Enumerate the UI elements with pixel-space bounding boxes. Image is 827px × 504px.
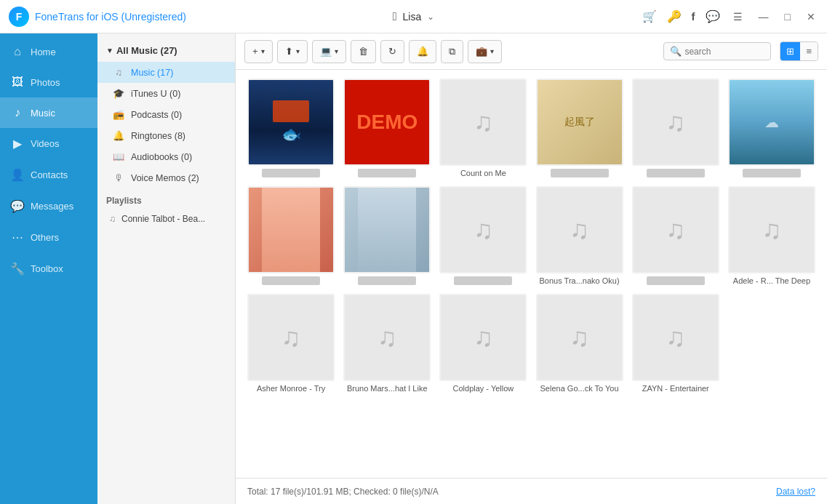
search-icon: 🔍 [670, 46, 682, 57]
menu-icon[interactable]: ☰ [730, 9, 746, 24]
subpanel-label-ringtones: Ringtones (8) [131, 131, 185, 141]
grid-item-17[interactable]: ♫ ZAYN - Entertainer [632, 294, 719, 393]
subpanel-item-music[interactable]: ♫ Music (17) [97, 62, 235, 83]
briefcase-dropdown-arrow: ▾ [490, 47, 494, 55]
album-label-7 [262, 276, 320, 285]
album-art-12: ♫ [728, 186, 815, 273]
cart-icon[interactable]: 🛒 [642, 9, 657, 23]
titlebar-center:  Lisa ⌄ [393, 10, 435, 23]
sidebar-label-home: Home [31, 47, 56, 57]
album-label-8 [358, 276, 416, 285]
add-icon: + [252, 46, 258, 57]
sidebar-item-others[interactable]: ⋯ Others [0, 222, 97, 253]
device-button[interactable]: 💻 ▾ [312, 40, 346, 63]
grid-item-15[interactable]: ♫ Coldplay - Yellow [439, 294, 527, 393]
sidebar-item-messages[interactable]: 💬 Messages [0, 191, 97, 222]
sidebar-item-music[interactable]: ♪ Music [0, 97, 97, 128]
grid-item-18 [728, 294, 815, 393]
music-note-icon-13: ♫ [281, 322, 301, 353]
playlist-item-connie[interactable]: ♫ Connie Talbot - Bea... [97, 209, 235, 229]
delete-button[interactable]: 🗑 [351, 40, 376, 63]
album-art-11: ♫ [632, 186, 719, 273]
refresh-button[interactable]: ↻ [380, 40, 404, 63]
grid-item-10[interactable]: ♫ Bonus Tra...nako Oku) [535, 186, 623, 285]
export-button[interactable]: ⬆ ▾ [277, 40, 308, 63]
search-box[interactable]: 🔍 [663, 42, 771, 60]
user-dropdown-arrow[interactable]: ⌄ [427, 12, 434, 22]
search-input[interactable] [684, 47, 764, 57]
close-button[interactable]: ✕ [804, 9, 818, 24]
chat-icon[interactable]: 💬 [706, 9, 720, 23]
data-lost-link[interactable]: Data lost? [776, 487, 815, 497]
subpanel-item-ringtones[interactable]: 🔔 Ringtones (8) [97, 125, 235, 146]
grid-item-11[interactable]: ♫ [632, 186, 719, 285]
messages-icon: 💬 [10, 199, 25, 213]
sidebar-item-home[interactable]: ⌂ Home [0, 36, 97, 67]
subpanel-item-itunes[interactable]: 🎓 iTunes U (0) [97, 83, 235, 104]
album-art-13: ♫ [247, 294, 335, 381]
sidebar-item-toolbox[interactable]: 🔧 Toolbox [0, 253, 97, 284]
view-toggle: ⊞ ≡ [780, 41, 818, 61]
grid-item-14[interactable]: ♫ Bruno Mars...hat I Like [343, 294, 431, 393]
grid-item-2[interactable]: DEMO [343, 79, 431, 177]
subpanel-header: ▼ All Music (27) [97, 39, 235, 62]
album-label-6 [743, 169, 801, 177]
subpanel-arrow: ▼ [106, 47, 113, 55]
subpanel-item-audiobooks[interactable]: 📖 Audiobooks (0) [97, 146, 235, 167]
sidebar-label-messages: Messages [31, 201, 73, 212]
grid-item-12[interactable]: ♫ Adele - R... The Deep [728, 186, 815, 285]
album-label-2 [358, 169, 416, 177]
audiobooks-icon: 📖 [112, 151, 125, 162]
grid-item-9[interactable]: ♫ [439, 186, 527, 285]
grid-item-7[interactable] [247, 186, 335, 285]
podcasts-icon: 📻 [112, 109, 125, 120]
album-art-4: 起風了 [536, 79, 623, 166]
copy-button[interactable]: ⧉ [441, 40, 463, 63]
minimize-button[interactable]: — [756, 9, 772, 24]
grid-item-3[interactable]: ♫ Count on Me [439, 79, 527, 177]
grid-item-5[interactable]: ♫ [632, 79, 719, 177]
sidebar-item-photos[interactable]: 🖼 Photos [0, 67, 97, 97]
sidebar-label-photos: Photos [31, 77, 60, 88]
bell-button[interactable]: 🔔 [409, 40, 436, 63]
key-icon[interactable]: 🔑 [667, 9, 682, 23]
grid-item-6[interactable]: ☁ [728, 79, 815, 177]
sidebar-label-others: Others [31, 232, 59, 243]
album-art-15: ♫ [439, 294, 527, 381]
facebook-icon[interactable]: f [692, 10, 695, 23]
sidebar-item-videos[interactable]: ▶ Videos [0, 128, 97, 159]
sidebar-item-contacts[interactable]: 👤 Contacts [0, 159, 97, 191]
others-icon: ⋯ [10, 231, 25, 244]
subpanel-title: All Music (27) [116, 45, 177, 56]
statusbar-text: Total: 17 file(s)/101.91 MB; Checked: 0 … [247, 487, 439, 497]
sidebar: ⌂ Home 🖼 Photos ♪ Music ▶ Videos 👤 Conta… [0, 33, 97, 504]
music-placeholder-16: ♫ [538, 295, 622, 380]
ringtones-icon: 🔔 [112, 130, 125, 141]
music-placeholder-3: ♫ [441, 80, 525, 164]
subpanel-item-voicememos[interactable]: 🎙 Voice Memos (2) [97, 167, 235, 188]
playlist-icon: ♫ [109, 214, 116, 224]
grid-item-16[interactable]: ♫ Selena Go...ck To You [535, 294, 623, 393]
music-note-icon-16: ♫ [570, 322, 589, 353]
maximize-button[interactable]: □ [782, 9, 794, 24]
add-button[interactable]: + ▾ [244, 40, 273, 63]
music-note-icon-14: ♫ [377, 322, 397, 353]
sidebar-label-contacts: Contacts [31, 169, 68, 180]
subpanel: ▼ All Music (27) ♫ Music (17) 🎓 iTunes U… [97, 33, 236, 504]
album-art-5: ♫ [632, 79, 719, 166]
briefcase-icon: 💼 [476, 46, 487, 57]
briefcase-button[interactable]: 💼 ▾ [468, 40, 502, 63]
music-note-icon-9: ♫ [474, 215, 493, 245]
bell-icon: 🔔 [417, 46, 428, 57]
grid-view-button[interactable]: ⊞ [780, 42, 800, 60]
subpanel-item-podcasts[interactable]: 📻 Podcasts (0) [97, 104, 235, 125]
grid-item-1[interactable]: 🐟 [247, 79, 335, 177]
music-placeholder-11: ♫ [634, 188, 718, 272]
grid-area: 🐟 DEMO ♫ [236, 70, 827, 478]
grid-item-8[interactable] [343, 186, 431, 285]
subpanel-label-podcasts: Podcasts (0) [131, 110, 182, 120]
grid-item-4[interactable]: 起風了 [535, 79, 623, 177]
grid-item-13[interactable]: ♫ Asher Monroe - Try [247, 294, 335, 393]
main-layout: ⌂ Home 🖼 Photos ♪ Music ▶ Videos 👤 Conta… [0, 33, 827, 504]
list-view-button[interactable]: ≡ [800, 42, 818, 60]
